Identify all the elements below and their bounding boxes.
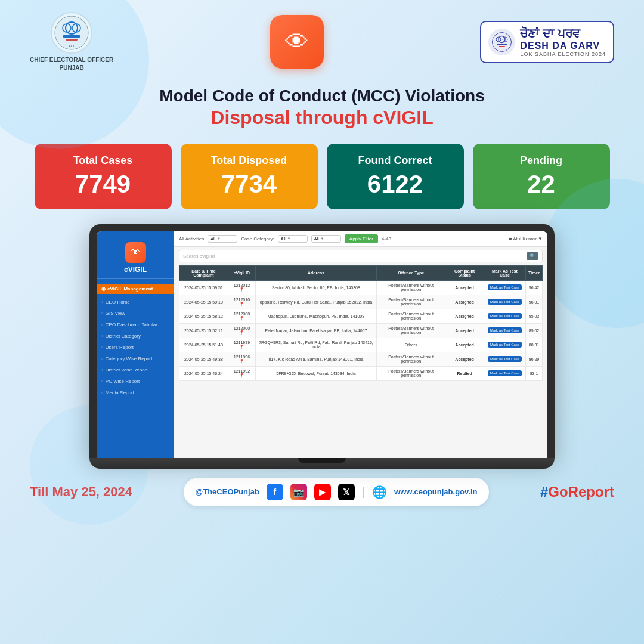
- cell-date-2: 2024-05-25 15:58:12: [179, 309, 228, 323]
- cell-mark-4[interactable]: Mark as Test Case: [484, 338, 525, 352]
- cell-offence-3: Posters/Banners without permission: [376, 323, 445, 338]
- hashtag-symbol: #: [540, 484, 548, 500]
- cell-id-2: 1212008 📍: [228, 309, 255, 323]
- sidebar-item-district-category[interactable]: District Category: [97, 330, 174, 342]
- chevron-down-icon-2: ▼: [287, 237, 291, 240]
- cell-date-1: 2024-05-25 15:59:10: [179, 295, 228, 309]
- total-cases-card: Total Cases 7749: [35, 144, 172, 209]
- cell-id-4: 1211999 📍: [228, 338, 255, 352]
- facebook-icon[interactable]: f: [267, 484, 283, 500]
- cell-offence-0: Posters/Banners without permission: [376, 280, 445, 295]
- cell-status-6: Replied: [445, 366, 484, 380]
- all-activities-select[interactable]: All ▼: [208, 235, 237, 243]
- cell-mark-6[interactable]: Mark as Test Case: [484, 366, 525, 380]
- search-button[interactable]: 🔍: [527, 252, 538, 260]
- sidebar-logo-text: cVIGIL: [101, 265, 169, 274]
- col-header-timer: Timer: [526, 265, 543, 280]
- table-row: 2024-05-25 15:46:24 1211992 📍 5FR8+3J5, …: [179, 366, 543, 380]
- table-row: 2024-05-25 15:52:11 1212000 📍 Patel Naga…: [179, 323, 543, 338]
- laptop-section: 👁 cVIGIL ◉ cVIGIL Management CEO Home GI…: [0, 218, 644, 469]
- election-emblem-svg: [491, 32, 512, 52]
- x-twitter-icon[interactable]: 𝕏: [338, 484, 355, 500]
- sidebar-item-users-report[interactable]: Users Report: [97, 342, 174, 353]
- cell-status-2: Assigned: [445, 309, 484, 323]
- mark-test-case-button-4[interactable]: Mark as Test Case: [488, 342, 522, 348]
- cell-address-1: opposite, Railway Rd, Guru Har Sahai, Pu…: [256, 295, 377, 309]
- instagram-icon[interactable]: 📷: [290, 484, 307, 500]
- cell-mark-3[interactable]: Mark as Test Case: [484, 323, 525, 338]
- sidebar-item-gis-view[interactable]: GIS View: [97, 308, 174, 319]
- laptop-screen: 👁 cVIGIL ◉ cVIGIL Management CEO Home GI…: [97, 231, 547, 458]
- total-cases-label: Total Cases: [49, 154, 157, 168]
- sidebar-item-ceo-dashboard[interactable]: CEO Dashboard Tabular: [97, 319, 174, 330]
- sidebar-section-header: ◉ cVIGIL Management: [97, 284, 174, 294]
- mark-test-case-button-1[interactable]: Mark as Test Case: [488, 299, 522, 305]
- cell-status-4: Accepted: [445, 338, 484, 352]
- table-row: 2024-05-25 15:49:38 1211996 📍 817, K.c R…: [179, 352, 543, 366]
- search-placeholder[interactable]: Search cVigilId: [183, 253, 527, 259]
- mark-test-case-button-3[interactable]: Mark as Test Case: [488, 327, 522, 333]
- cell-offence-1: Posters/Banners without permission: [376, 295, 445, 309]
- sidebar-item-ceo-home[interactable]: CEO Home: [97, 296, 174, 308]
- hashtag-text: GoReport: [548, 484, 614, 500]
- mark-test-case-button-2[interactable]: Mark as Test Case: [488, 313, 522, 319]
- cell-id-1: 1212010 📍: [228, 295, 255, 309]
- mark-test-case-button-5[interactable]: Mark as Test Case: [488, 356, 522, 362]
- cvigil-center-logo: 👁: [270, 15, 324, 69]
- cell-mark-0[interactable]: Mark as Test Case: [484, 280, 525, 295]
- cell-mark-5[interactable]: Mark as Test Case: [484, 352, 525, 366]
- page-info: 4-43: [382, 236, 391, 242]
- col-header-date: Date & Time Complaint: [179, 265, 228, 280]
- svg-rect-12: [499, 46, 505, 47]
- chevron-down-icon-3: ▼: [321, 237, 324, 240]
- cell-address-5: 817, K.c Road Area, Barnala, Punjab 1481…: [256, 352, 377, 366]
- cvigil-app-icon: 👁: [270, 15, 324, 69]
- col-header-mark: Mark As Test Case: [484, 265, 525, 280]
- cell-date-0: 2024-05-25 15:59:51: [179, 280, 228, 295]
- cell-timer-2: 95:03: [526, 309, 543, 323]
- divider: |: [362, 485, 365, 499]
- cell-address-6: 5FR8+3J5, Begowal, Punjab 143534, India: [256, 366, 377, 380]
- third-filter-select[interactable]: All ▼: [311, 235, 341, 243]
- search-bar: Search cVigilId 🔍: [179, 250, 543, 262]
- mark-test-case-button-0[interactable]: Mark as Test Case: [488, 284, 522, 290]
- cell-date-3: 2024-05-25 15:52:11: [179, 323, 228, 338]
- mark-test-case-button-6[interactable]: Mark as Test Case: [488, 370, 522, 376]
- app-main: All Activities All ▼ Case Category: All …: [174, 231, 547, 458]
- cell-mark-2[interactable]: Mark as Test Case: [484, 309, 525, 323]
- sidebar-item-pc-wise[interactable]: PC Wise Report: [97, 376, 174, 387]
- pending-label: Pending: [488, 154, 595, 168]
- desh-english-text: DESH DA GARV: [520, 41, 606, 51]
- sidebar-logo-area: 👁 cVIGIL: [97, 237, 174, 279]
- total-disposed-card: Total Disposed 7734: [181, 144, 318, 209]
- sidebar-item-category-wise[interactable]: Category Wise Report: [97, 353, 174, 364]
- app-sidebar: 👁 cVIGIL ◉ cVIGIL Management CEO Home GI…: [97, 231, 174, 458]
- desh-da-garv-logo: ਚੋਣਾਂ ਦਾ ਪਰਵ DESH DA GARV LOK SABHA ELEC…: [480, 21, 614, 63]
- laptop-notch: [298, 458, 346, 463]
- table-row: 2024-05-25 15:59:10 1212010 📍 opposite, …: [179, 295, 543, 309]
- cell-mark-1[interactable]: Mark as Test Case: [484, 295, 525, 309]
- col-header-offence: Offence Type: [376, 265, 445, 280]
- cell-status-1: Assigned: [445, 295, 484, 309]
- sidebar-cvigil-icon: 👁: [125, 242, 146, 263]
- cell-date-5: 2024-05-25 15:49:38: [179, 352, 228, 366]
- table-row: 2024-05-25 15:58:12 1212008 📍 Madhopuri,…: [179, 309, 543, 323]
- stats-row: Total Cases 7749 Total Disposed 7734 Fou…: [0, 135, 644, 218]
- laptop-container: 👁 cVIGIL ◉ cVIGIL Management CEO Home GI…: [89, 224, 555, 469]
- youtube-icon[interactable]: ▶: [314, 484, 331, 500]
- cell-timer-1: 96:01: [526, 295, 543, 309]
- total-disposed-label: Total Disposed: [196, 154, 303, 168]
- sidebar-item-media-report[interactable]: Media Report: [97, 387, 174, 398]
- chevron-down-icon: ▼: [217, 237, 221, 240]
- cell-address-3: Patel Nagar, Jalandhar, Patel Nagar, PB,…: [256, 323, 377, 338]
- all-activities-label: All Activities: [179, 236, 204, 242]
- found-correct-label: Found Correct: [342, 154, 449, 168]
- sidebar-item-district-wise[interactable]: District Wise Report: [97, 364, 174, 376]
- table-row: 2024-05-25 15:51:40 1211999 📍 7RGQ+9R3, …: [179, 338, 543, 352]
- apply-filter-button[interactable]: Apply Filter: [345, 234, 378, 243]
- laptop-screen-outer: 👁 cVIGIL ◉ cVIGIL Management CEO Home GI…: [89, 224, 555, 458]
- website-url: www.ceopunjab.gov.in: [394, 487, 477, 496]
- cell-offence-5: Posters/Banners without permission: [376, 352, 445, 366]
- sidebar-section-icon: ◉: [101, 286, 106, 292]
- case-category-select[interactable]: All ▼: [278, 235, 308, 243]
